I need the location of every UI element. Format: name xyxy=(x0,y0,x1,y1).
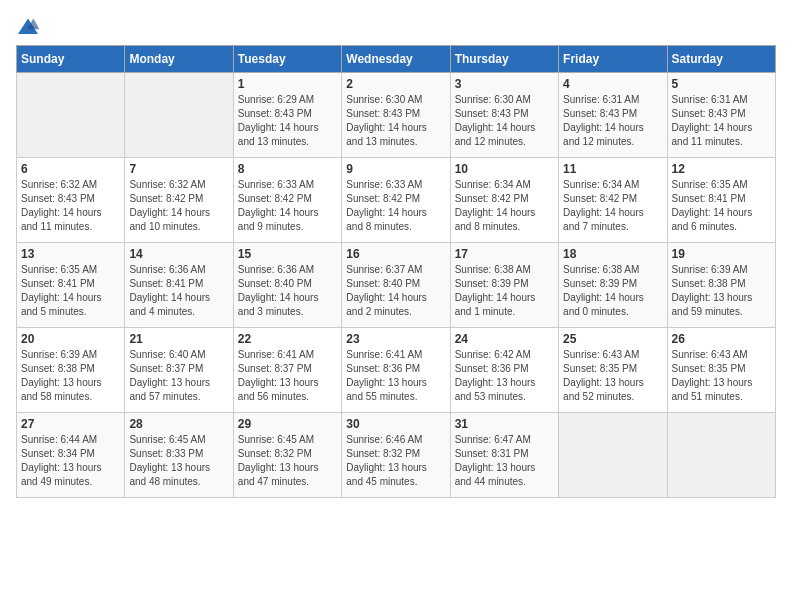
day-number: 7 xyxy=(129,162,228,176)
day-number: 11 xyxy=(563,162,662,176)
calendar-cell: 2Sunrise: 6:30 AM Sunset: 8:43 PM Daylig… xyxy=(342,73,450,158)
day-number: 13 xyxy=(21,247,120,261)
calendar-cell: 24Sunrise: 6:42 AM Sunset: 8:36 PM Dayli… xyxy=(450,328,558,413)
calendar-cell: 13Sunrise: 6:35 AM Sunset: 8:41 PM Dayli… xyxy=(17,243,125,328)
day-number: 27 xyxy=(21,417,120,431)
calendar-cell xyxy=(559,413,667,498)
day-number: 9 xyxy=(346,162,445,176)
calendar-cell xyxy=(17,73,125,158)
day-number: 29 xyxy=(238,417,337,431)
day-detail: Sunrise: 6:40 AM Sunset: 8:37 PM Dayligh… xyxy=(129,348,228,404)
day-detail: Sunrise: 6:34 AM Sunset: 8:42 PM Dayligh… xyxy=(455,178,554,234)
calendar-cell: 16Sunrise: 6:37 AM Sunset: 8:40 PM Dayli… xyxy=(342,243,450,328)
day-detail: Sunrise: 6:36 AM Sunset: 8:40 PM Dayligh… xyxy=(238,263,337,319)
calendar-cell: 28Sunrise: 6:45 AM Sunset: 8:33 PM Dayli… xyxy=(125,413,233,498)
day-detail: Sunrise: 6:34 AM Sunset: 8:42 PM Dayligh… xyxy=(563,178,662,234)
calendar-cell: 11Sunrise: 6:34 AM Sunset: 8:42 PM Dayli… xyxy=(559,158,667,243)
day-detail: Sunrise: 6:45 AM Sunset: 8:33 PM Dayligh… xyxy=(129,433,228,489)
calendar-cell: 1Sunrise: 6:29 AM Sunset: 8:43 PM Daylig… xyxy=(233,73,341,158)
calendar-table: SundayMondayTuesdayWednesdayThursdayFrid… xyxy=(16,45,776,498)
day-number: 8 xyxy=(238,162,337,176)
calendar-cell: 7Sunrise: 6:32 AM Sunset: 8:42 PM Daylig… xyxy=(125,158,233,243)
day-detail: Sunrise: 6:30 AM Sunset: 8:43 PM Dayligh… xyxy=(455,93,554,149)
day-number: 25 xyxy=(563,332,662,346)
day-detail: Sunrise: 6:43 AM Sunset: 8:35 PM Dayligh… xyxy=(563,348,662,404)
day-detail: Sunrise: 6:37 AM Sunset: 8:40 PM Dayligh… xyxy=(346,263,445,319)
day-number: 16 xyxy=(346,247,445,261)
day-detail: Sunrise: 6:45 AM Sunset: 8:32 PM Dayligh… xyxy=(238,433,337,489)
calendar-cell: 5Sunrise: 6:31 AM Sunset: 8:43 PM Daylig… xyxy=(667,73,775,158)
calendar-week-row: 27Sunrise: 6:44 AM Sunset: 8:34 PM Dayli… xyxy=(17,413,776,498)
day-number: 14 xyxy=(129,247,228,261)
day-number: 30 xyxy=(346,417,445,431)
day-number: 28 xyxy=(129,417,228,431)
calendar-cell: 14Sunrise: 6:36 AM Sunset: 8:41 PM Dayli… xyxy=(125,243,233,328)
day-detail: Sunrise: 6:31 AM Sunset: 8:43 PM Dayligh… xyxy=(672,93,771,149)
day-detail: Sunrise: 6:32 AM Sunset: 8:43 PM Dayligh… xyxy=(21,178,120,234)
day-detail: Sunrise: 6:39 AM Sunset: 8:38 PM Dayligh… xyxy=(672,263,771,319)
day-number: 6 xyxy=(21,162,120,176)
weekday-header: Thursday xyxy=(450,46,558,73)
calendar-week-row: 6Sunrise: 6:32 AM Sunset: 8:43 PM Daylig… xyxy=(17,158,776,243)
day-detail: Sunrise: 6:32 AM Sunset: 8:42 PM Dayligh… xyxy=(129,178,228,234)
day-number: 31 xyxy=(455,417,554,431)
calendar-cell: 22Sunrise: 6:41 AM Sunset: 8:37 PM Dayli… xyxy=(233,328,341,413)
weekday-header: Wednesday xyxy=(342,46,450,73)
day-detail: Sunrise: 6:39 AM Sunset: 8:38 PM Dayligh… xyxy=(21,348,120,404)
day-detail: Sunrise: 6:42 AM Sunset: 8:36 PM Dayligh… xyxy=(455,348,554,404)
calendar-cell: 19Sunrise: 6:39 AM Sunset: 8:38 PM Dayli… xyxy=(667,243,775,328)
day-detail: Sunrise: 6:41 AM Sunset: 8:37 PM Dayligh… xyxy=(238,348,337,404)
calendar-week-row: 13Sunrise: 6:35 AM Sunset: 8:41 PM Dayli… xyxy=(17,243,776,328)
calendar-week-row: 20Sunrise: 6:39 AM Sunset: 8:38 PM Dayli… xyxy=(17,328,776,413)
day-detail: Sunrise: 6:41 AM Sunset: 8:36 PM Dayligh… xyxy=(346,348,445,404)
day-number: 26 xyxy=(672,332,771,346)
day-number: 12 xyxy=(672,162,771,176)
weekday-header: Sunday xyxy=(17,46,125,73)
day-number: 5 xyxy=(672,77,771,91)
day-detail: Sunrise: 6:47 AM Sunset: 8:31 PM Dayligh… xyxy=(455,433,554,489)
calendar-cell: 26Sunrise: 6:43 AM Sunset: 8:35 PM Dayli… xyxy=(667,328,775,413)
calendar-cell xyxy=(125,73,233,158)
calendar-cell: 15Sunrise: 6:36 AM Sunset: 8:40 PM Dayli… xyxy=(233,243,341,328)
day-number: 23 xyxy=(346,332,445,346)
calendar-cell: 10Sunrise: 6:34 AM Sunset: 8:42 PM Dayli… xyxy=(450,158,558,243)
day-detail: Sunrise: 6:33 AM Sunset: 8:42 PM Dayligh… xyxy=(346,178,445,234)
calendar-cell: 4Sunrise: 6:31 AM Sunset: 8:43 PM Daylig… xyxy=(559,73,667,158)
logo xyxy=(16,16,44,37)
day-number: 3 xyxy=(455,77,554,91)
day-detail: Sunrise: 6:43 AM Sunset: 8:35 PM Dayligh… xyxy=(672,348,771,404)
calendar-cell: 12Sunrise: 6:35 AM Sunset: 8:41 PM Dayli… xyxy=(667,158,775,243)
day-number: 21 xyxy=(129,332,228,346)
day-number: 17 xyxy=(455,247,554,261)
day-detail: Sunrise: 6:33 AM Sunset: 8:42 PM Dayligh… xyxy=(238,178,337,234)
calendar-cell: 17Sunrise: 6:38 AM Sunset: 8:39 PM Dayli… xyxy=(450,243,558,328)
calendar-cell: 3Sunrise: 6:30 AM Sunset: 8:43 PM Daylig… xyxy=(450,73,558,158)
day-detail: Sunrise: 6:44 AM Sunset: 8:34 PM Dayligh… xyxy=(21,433,120,489)
day-detail: Sunrise: 6:29 AM Sunset: 8:43 PM Dayligh… xyxy=(238,93,337,149)
day-detail: Sunrise: 6:35 AM Sunset: 8:41 PM Dayligh… xyxy=(21,263,120,319)
day-number: 20 xyxy=(21,332,120,346)
day-detail: Sunrise: 6:38 AM Sunset: 8:39 PM Dayligh… xyxy=(563,263,662,319)
day-detail: Sunrise: 6:35 AM Sunset: 8:41 PM Dayligh… xyxy=(672,178,771,234)
calendar-cell: 20Sunrise: 6:39 AM Sunset: 8:38 PM Dayli… xyxy=(17,328,125,413)
day-detail: Sunrise: 6:38 AM Sunset: 8:39 PM Dayligh… xyxy=(455,263,554,319)
weekday-header: Friday xyxy=(559,46,667,73)
weekday-header: Monday xyxy=(125,46,233,73)
calendar-week-row: 1Sunrise: 6:29 AM Sunset: 8:43 PM Daylig… xyxy=(17,73,776,158)
day-number: 22 xyxy=(238,332,337,346)
calendar-cell: 6Sunrise: 6:32 AM Sunset: 8:43 PM Daylig… xyxy=(17,158,125,243)
calendar-cell: 29Sunrise: 6:45 AM Sunset: 8:32 PM Dayli… xyxy=(233,413,341,498)
calendar-cell xyxy=(667,413,775,498)
day-number: 10 xyxy=(455,162,554,176)
calendar-cell: 25Sunrise: 6:43 AM Sunset: 8:35 PM Dayli… xyxy=(559,328,667,413)
calendar-cell: 8Sunrise: 6:33 AM Sunset: 8:42 PM Daylig… xyxy=(233,158,341,243)
weekday-header: Saturday xyxy=(667,46,775,73)
calendar-header: SundayMondayTuesdayWednesdayThursdayFrid… xyxy=(17,46,776,73)
calendar-cell: 31Sunrise: 6:47 AM Sunset: 8:31 PM Dayli… xyxy=(450,413,558,498)
day-number: 2 xyxy=(346,77,445,91)
calendar-cell: 21Sunrise: 6:40 AM Sunset: 8:37 PM Dayli… xyxy=(125,328,233,413)
calendar-cell: 18Sunrise: 6:38 AM Sunset: 8:39 PM Dayli… xyxy=(559,243,667,328)
calendar-cell: 27Sunrise: 6:44 AM Sunset: 8:34 PM Dayli… xyxy=(17,413,125,498)
weekday-header: Tuesday xyxy=(233,46,341,73)
day-number: 15 xyxy=(238,247,337,261)
